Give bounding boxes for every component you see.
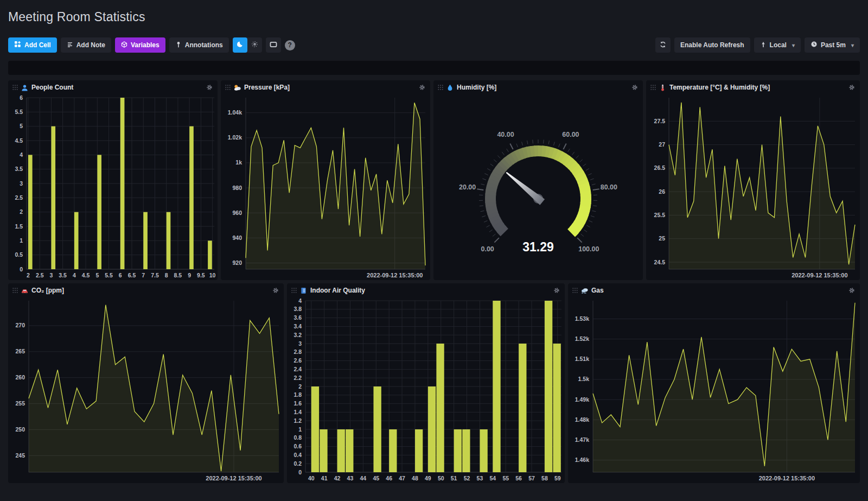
y-tick-label: 4 bbox=[298, 297, 302, 304]
x-tick-label: 57 bbox=[528, 475, 535, 481]
bar bbox=[97, 155, 101, 269]
y-tick-label: 0.6 bbox=[293, 443, 302, 449]
gauge-needle bbox=[506, 172, 545, 205]
gas-chart[interactable]: 1.53k1.52k1.51k1.5k1.49k1.48k1.47k1.46k2… bbox=[568, 297, 860, 483]
gear-icon[interactable] bbox=[848, 287, 855, 294]
y-tick-label: 980 bbox=[232, 185, 242, 191]
x-tick-label: 4 bbox=[73, 272, 76, 278]
temperature-chart[interactable]: 27.52726.52625.52524.52022-09-12 15:35:0… bbox=[646, 94, 860, 280]
drag-handle-icon[interactable] bbox=[650, 85, 656, 90]
bar bbox=[311, 386, 319, 472]
people-count-chart[interactable]: 22.533.544.555.566.577.588.599.51000.511… bbox=[8, 94, 218, 280]
sun-icon bbox=[251, 40, 258, 50]
gauge-scale-label: 100.00 bbox=[578, 245, 599, 253]
panel-indoor-air-quality: Indoor Air Quality4041424344454647484950… bbox=[287, 283, 565, 483]
enable-auto-refresh-button[interactable]: Enable Auto Refresh bbox=[674, 37, 750, 53]
variables-button[interactable]: Variables bbox=[115, 37, 165, 53]
y-tick-label: 25.5 bbox=[654, 212, 666, 218]
bar bbox=[189, 126, 194, 269]
y-tick-label: 3 bbox=[20, 180, 23, 187]
light-mode-toggle[interactable] bbox=[247, 37, 262, 53]
co2-chart[interactable]: 2702652602552502452022-09-12 15:35:00 bbox=[8, 297, 284, 483]
chevron-down-icon: ▾ bbox=[851, 42, 854, 48]
x-tick-label: 42 bbox=[334, 475, 341, 481]
drag-handle-icon[interactable] bbox=[225, 85, 231, 90]
y-tick-label: 920 bbox=[232, 259, 242, 266]
gauge-scale-label: 20.00 bbox=[459, 183, 476, 191]
drag-handle-icon[interactable] bbox=[12, 288, 18, 293]
bar bbox=[208, 240, 212, 269]
y-tick-label: 5.5 bbox=[15, 109, 23, 115]
panel-header: Pressure [kPa] bbox=[221, 80, 430, 94]
gear-icon[interactable] bbox=[206, 84, 213, 91]
bar bbox=[51, 126, 55, 269]
empty-row bbox=[8, 61, 860, 75]
gear-icon[interactable] bbox=[848, 84, 855, 91]
indoor-air-quality-chart[interactable]: 4041424344454647484950515253545556575859… bbox=[287, 297, 565, 483]
pin-icon bbox=[760, 41, 767, 49]
toolbar-right: Enable Auto Refresh Local ▾ Past 5m ▾ bbox=[655, 37, 860, 53]
drag-handle-icon[interactable] bbox=[291, 288, 297, 293]
x-tick-label: 5.5 bbox=[105, 272, 113, 278]
gear-icon[interactable] bbox=[631, 84, 638, 91]
humidity-icon bbox=[446, 84, 454, 91]
y-tick-label: 250 bbox=[15, 426, 25, 433]
help-icon[interactable]: ? bbox=[285, 40, 295, 50]
time-range-dropdown[interactable]: Past 5m ▾ bbox=[805, 37, 860, 53]
panel-header: People Count bbox=[8, 80, 218, 94]
x-tick-label: 7 bbox=[142, 272, 145, 278]
panel-title: Indoor Air Quality bbox=[310, 287, 365, 294]
gear-icon[interactable] bbox=[272, 287, 279, 294]
gauge-scale-label: 40.00 bbox=[497, 131, 514, 138]
drag-handle-icon[interactable] bbox=[438, 85, 443, 90]
refresh-button[interactable] bbox=[655, 37, 671, 53]
x-tick-label: 40 bbox=[308, 475, 315, 481]
presentation-icon bbox=[270, 41, 277, 50]
x-tick-label: 3 bbox=[50, 272, 53, 278]
presentation-mode-button[interactable] bbox=[266, 37, 281, 53]
toolbar-left: Add Cell Add Note Variables Annotations bbox=[8, 37, 295, 53]
y-tick-label: 2.4 bbox=[293, 366, 302, 372]
y-tick-label: 1.2 bbox=[293, 417, 302, 424]
panel-title: CO₂ [ppm] bbox=[31, 287, 64, 294]
humidity-chart[interactable]: 0.0020.0040.0060.0080.00100.0031.29 bbox=[433, 94, 643, 280]
x-tick-label: 50 bbox=[438, 475, 444, 481]
x-tick-label: 48 bbox=[412, 475, 418, 481]
x-tick-label: 10 bbox=[209, 272, 216, 278]
drag-handle-icon[interactable] bbox=[12, 85, 18, 90]
add-cell-icon bbox=[14, 41, 21, 49]
x-tick-label: 41 bbox=[321, 475, 328, 481]
bar bbox=[373, 386, 381, 472]
chevron-down-icon: ▾ bbox=[792, 42, 795, 48]
add-cell-button[interactable]: Add Cell bbox=[8, 37, 57, 53]
co2-icon bbox=[21, 287, 28, 294]
drag-handle-icon[interactable] bbox=[572, 288, 578, 293]
dark-mode-toggle[interactable] bbox=[233, 37, 247, 53]
page-title: Meeting Room Statistics bbox=[8, 0, 860, 24]
y-tick-label: 0.5 bbox=[15, 251, 23, 258]
iaq-icon bbox=[300, 287, 307, 294]
x-tick-label: 9 bbox=[188, 272, 191, 278]
panel-title: Temperature [°C] & Humidity [%] bbox=[669, 84, 770, 91]
gear-icon[interactable] bbox=[553, 287, 560, 294]
y-tick-label: 2.6 bbox=[293, 357, 302, 364]
timezone-dropdown[interactable]: Local ▾ bbox=[754, 37, 801, 53]
annotations-button[interactable]: Annotations bbox=[169, 37, 229, 53]
y-tick-label: 1.6 bbox=[293, 400, 302, 407]
y-tick-label: 3.4 bbox=[293, 323, 302, 329]
add-note-button[interactable]: Add Note bbox=[61, 37, 111, 53]
gear-icon[interactable] bbox=[419, 84, 425, 91]
x-tick-label: 49 bbox=[425, 475, 431, 481]
pressure-chart[interactable]: 1.04k1.02k1k9809609409202022-09-12 15:35… bbox=[221, 94, 430, 280]
y-tick-label: 1.47k bbox=[575, 436, 589, 443]
y-tick-label: 940 bbox=[232, 234, 242, 241]
x-tick-label: 2 bbox=[27, 272, 30, 278]
y-tick-label: 1.49k bbox=[575, 396, 589, 403]
y-tick-label: 0.8 bbox=[293, 434, 302, 441]
x-tick-label: 53 bbox=[477, 475, 483, 481]
x-axis-timestamp: 2022-09-12 15:35:00 bbox=[792, 272, 847, 278]
panel-row-1: People Count22.533.544.555.566.577.588.5… bbox=[8, 80, 860, 280]
time-range-label: Past 5m bbox=[821, 41, 846, 49]
gauge-scale-label: 80.00 bbox=[601, 183, 617, 191]
add-cell-label: Add Cell bbox=[24, 41, 51, 49]
